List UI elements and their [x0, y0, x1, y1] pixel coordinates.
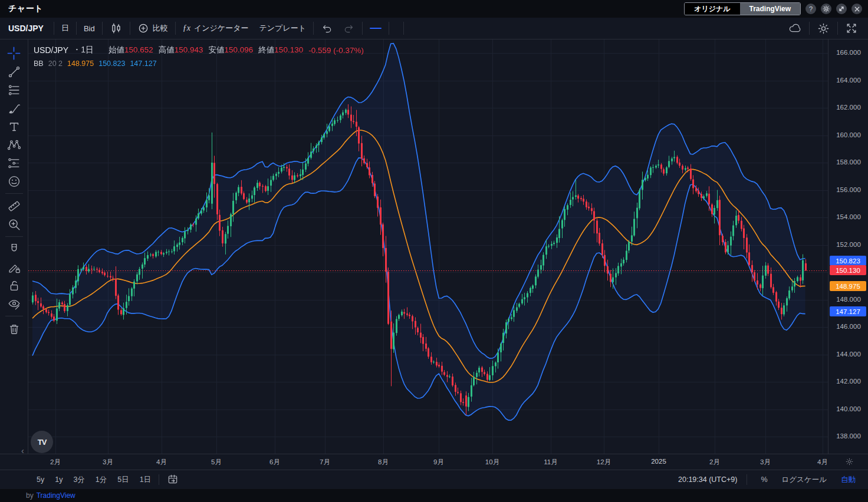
ohlc-label: 高値 — [159, 45, 175, 54]
time-label: 3月 — [103, 458, 113, 467]
measure-tool[interactable] — [4, 197, 24, 215]
bottom-right-controls: 20:19:34 (UTC+9) % ログスケール 自動 — [678, 473, 868, 487]
chart-area[interactable]: USD/JPY・1日 始値150.652高値150.943安値150.096終値… — [28, 39, 828, 454]
time-scale[interactable]: ‹ 2月3月4月5月6月7月8月9月10月11月12月20252月3月4月 — [0, 454, 868, 470]
range-button[interactable]: 5y — [32, 474, 48, 486]
time-label: 10月 — [485, 458, 499, 467]
price-tick: 146.000 — [828, 323, 868, 330]
indicators-label: インジケーター — [194, 23, 249, 34]
footer-brand-link[interactable]: TradingView — [37, 491, 75, 500]
range-button[interactable]: 3分 — [69, 473, 88, 487]
text-icon — [6, 119, 22, 134]
undo-button[interactable] — [315, 20, 338, 37]
go-to-date-button[interactable] — [163, 471, 183, 488]
time-axis-settings-icon[interactable] — [845, 457, 854, 468]
ruler-icon — [6, 199, 22, 214]
toggle-original[interactable]: オリジナル — [685, 3, 739, 15]
trend-line-tool[interactable] — [4, 62, 24, 81]
price-tick: 142.000 — [828, 378, 868, 385]
time-label: 2月 — [709, 458, 720, 467]
toggle-tradingview[interactable]: TradingView — [740, 3, 800, 15]
range-button[interactable]: 1y — [51, 474, 67, 486]
range-button[interactable]: 1日 — [136, 473, 155, 487]
horizontal-line-tool[interactable] — [364, 20, 387, 37]
toolbar-divider — [362, 22, 363, 35]
brush-tool[interactable] — [4, 99, 24, 117]
projection-tool[interactable] — [4, 154, 24, 172]
trend-line-icon — [6, 64, 22, 80]
price-chart-canvas[interactable] — [28, 39, 828, 454]
settings-icon[interactable] — [821, 4, 831, 14]
auto-scale-button[interactable]: 自動 — [837, 473, 860, 487]
time-label: 4月 — [817, 458, 828, 467]
time-label: 8月 — [378, 458, 389, 467]
single-line-icon — [370, 28, 382, 29]
percent-scale-button[interactable]: % — [757, 474, 771, 486]
symbol-button[interactable]: USD/JPY — [0, 20, 52, 37]
tradingview-logo[interactable]: TV — [31, 431, 53, 453]
time-label: 11月 — [544, 458, 557, 467]
lock-all-tool[interactable] — [4, 276, 24, 295]
magnet-tool[interactable] — [4, 240, 24, 258]
zoom-in-tool[interactable] — [4, 215, 24, 233]
expand-icon[interactable] — [836, 4, 847, 14]
chart-settings-button[interactable] — [811, 20, 836, 37]
templates-button[interactable]: テンプレート — [254, 20, 311, 37]
legend-symbol[interactable]: USD/JPY — [34, 45, 68, 55]
magnet-icon — [6, 242, 22, 257]
bb-indicator-values: 148.975150.823147.127 — [67, 60, 157, 68]
ohlc-pair: 始値150.652 — [108, 45, 153, 55]
price-tick: 162.000 — [828, 104, 868, 111]
ohlc-pair: 高値150.943 — [159, 45, 203, 55]
hide-drawings-tool[interactable] — [4, 295, 24, 313]
interval-button[interactable]: 日 — [56, 20, 74, 37]
compare-button[interactable]: 比較 — [132, 20, 173, 37]
xabcd-pattern-tool[interactable] — [4, 136, 24, 154]
bb-indicator-params: 20 2 — [48, 60, 63, 68]
price-badge-bb-upper: 150.823 — [830, 256, 866, 266]
trash-icon — [6, 321, 22, 336]
time-label: 2025 — [651, 458, 666, 465]
drawing-lock-tool[interactable] — [4, 258, 24, 276]
price-tick: 158.000 — [828, 158, 868, 166]
zoom-in-icon — [6, 217, 22, 232]
range-button[interactable]: 1分 — [91, 473, 111, 487]
redo-button[interactable] — [338, 20, 360, 37]
fib-retracement-tool[interactable] — [4, 81, 24, 99]
remove-drawings-tool[interactable] — [4, 319, 24, 338]
sidebar-divider — [5, 193, 23, 194]
price-scale[interactable]: 166.000164.000162.000160.000158.000156.0… — [828, 39, 868, 454]
time-label: 3月 — [760, 458, 771, 467]
pencil-lock-icon — [6, 260, 22, 275]
emoji-tool[interactable] — [4, 172, 24, 190]
sidebar-divider — [5, 236, 23, 237]
footer-bar: by TradingView — [0, 489, 868, 502]
crosshair-tool[interactable] — [4, 44, 24, 62]
bid-button[interactable]: Bid — [78, 20, 100, 37]
toolbar-divider — [313, 22, 314, 35]
time-label: 5月 — [211, 458, 222, 467]
help-glyph: ? — [809, 5, 813, 12]
toolbar-divider — [102, 22, 103, 35]
close-icon[interactable] — [851, 4, 862, 14]
compare-icon — [137, 22, 149, 34]
clock-display[interactable]: 20:19:34 (UTC+9) — [678, 475, 737, 484]
indicators-button[interactable]: ƒx インジケーター — [177, 20, 254, 37]
text-tool[interactable] — [4, 117, 24, 136]
chart-style-button[interactable] — [104, 20, 128, 37]
bb-indicator-label[interactable]: BB — [34, 60, 44, 68]
fullscreen-button[interactable] — [840, 20, 863, 37]
legend-ohlc: 始値150.652高値150.943安値150.096終値150.130 — [108, 45, 303, 55]
cloud-icon — [788, 21, 802, 35]
bb-value: 147.127 — [130, 60, 156, 68]
cloud-save-button[interactable] — [782, 20, 807, 37]
chevron-left-icon[interactable]: ‹ — [21, 446, 24, 455]
toolbar-divider — [389, 22, 389, 35]
price-tick: 138.000 — [828, 432, 868, 440]
bb-value: 150.823 — [98, 60, 125, 68]
range-button[interactable]: 5日 — [113, 473, 133, 487]
log-scale-button[interactable]: ログスケール — [778, 473, 831, 487]
parallel-lines-tool[interactable] — [391, 20, 402, 37]
ohlc-label: 始値 — [108, 45, 124, 54]
help-icon[interactable]: ? — [805, 4, 816, 14]
